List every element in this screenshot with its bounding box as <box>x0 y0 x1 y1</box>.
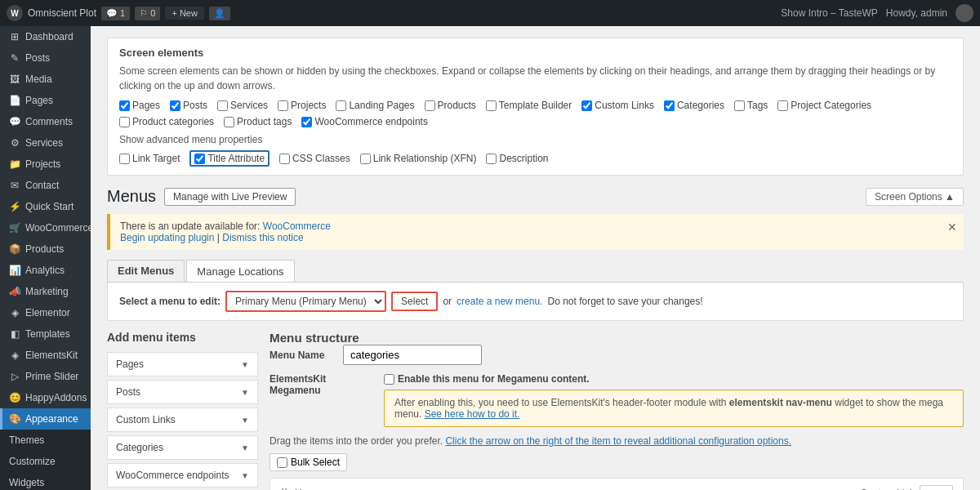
checkbox-css-classes[interactable]: CSS Classes <box>279 153 350 164</box>
drag-handle-icon[interactable]: ⠿ <box>280 487 288 490</box>
projects-icon: 📁 <box>9 158 20 170</box>
checkbox-project-categories[interactable]: Project Categories <box>777 100 871 111</box>
checkbox-tags[interactable]: Tags <box>734 100 768 111</box>
sidebar-label-contact: Contact <box>25 180 59 191</box>
checkbox-products[interactable]: Products <box>425 100 476 111</box>
select-menu-button[interactable]: Select <box>391 292 438 311</box>
admin-bar-left: W Omniscient Plot 💬 1 ⚐ 0 + New 👤 <box>7 5 230 21</box>
sidebar-item-comments[interactable]: 💬 Comments <box>0 111 91 132</box>
megamenu-checkbox[interactable] <box>384 374 394 385</box>
menu-select-dropdown[interactable]: Primary Menu (Primary Menu) <box>225 291 386 312</box>
sidebar-item-marketing[interactable]: 📣 Marketing <box>0 281 91 302</box>
dont-forget-text: Do not forget to save your changes! <box>547 296 702 307</box>
menus-heading: Menus <box>107 187 156 206</box>
sidebar-item-happyaddons[interactable]: 😊 HappyAddons <box>0 387 91 408</box>
checkbox-woocommerce-endpoints[interactable]: WooCommerce endpoints <box>301 116 428 127</box>
menus-title-area: Menus Manage with Live Preview <box>107 187 296 206</box>
checkbox-projects[interactable]: Projects <box>278 100 326 111</box>
accordion-posts-header[interactable]: Posts ▼ <box>108 381 257 403</box>
sidebar-item-elementskit[interactable]: ◈ ElementsKit <box>0 345 91 366</box>
sidebar-item-quick-start[interactable]: ⚡ Quick Start <box>0 196 91 217</box>
checkbox-landing-pages[interactable]: Landing Pages <box>336 100 414 111</box>
accordion-pages[interactable]: Pages ▼ <box>107 352 258 376</box>
bulk-select-checkbox[interactable] <box>277 457 287 468</box>
menu-name-input[interactable] <box>343 345 482 365</box>
create-new-menu-link[interactable]: create a new menu. <box>457 296 542 307</box>
checkbox-description[interactable]: Description <box>486 153 548 164</box>
sidebar-label-pages: Pages <box>25 95 53 106</box>
accordion-custom-links[interactable]: Custom Links ▼ <box>107 408 258 432</box>
checkbox-product-tags[interactable]: Product tags <box>224 116 292 127</box>
sidebar-item-media[interactable]: 🖼 Media <box>0 69 91 90</box>
advanced-menu-props-label: Show advanced menu properties <box>119 134 951 145</box>
screen-options-button[interactable]: Screen Options ▲ <box>866 188 964 206</box>
accordion-woocommerce-endpoints-header[interactable]: WooCommerce endpoints ▼ <box>108 464 257 487</box>
appearance-icon: 🎨 <box>9 413 20 425</box>
tab-manage-locations[interactable]: Manage Locations <box>186 260 294 282</box>
sidebar-item-elementor[interactable]: ◈ Elementor <box>0 302 91 323</box>
notice-link[interactable]: WooCommerce <box>263 220 331 232</box>
sidebar-item-prime-slider[interactable]: ▷ Prime Slider <box>0 366 91 387</box>
sidebar-item-themes[interactable]: Themes <box>0 430 91 451</box>
sidebar-item-projects[interactable]: 📁 Projects <box>0 154 91 175</box>
menu-item-home-select[interactable]: ▼ <box>920 485 953 490</box>
sidebar-item-pages[interactable]: 📄 Pages <box>0 90 91 111</box>
checkbox-pages[interactable]: Pages <box>119 100 160 111</box>
checkbox-custom-links[interactable]: Custom Links <box>581 100 654 111</box>
accordion-posts[interactable]: Posts ▼ <box>107 380 258 404</box>
update-notice: There is an update available for: WooCom… <box>107 214 964 250</box>
sidebar-label-dashboard: Dashboard <box>25 31 74 42</box>
admin-bar-updates-icon[interactable]: ⚐ 0 <box>135 7 160 20</box>
tab-edit-menus[interactable]: Edit Menus <box>107 260 185 282</box>
sidebar-item-services[interactable]: ⚙ Services <box>0 132 91 154</box>
checkbox-categories[interactable]: Categories <box>664 100 724 111</box>
megamenu-see-here-link[interactable]: See here how to do it. <box>425 408 520 420</box>
sidebar-label-woocommerce: WooCommerce <box>25 222 91 234</box>
sidebar-item-dashboard[interactable]: ⊞ Dashboard <box>0 26 91 47</box>
sidebar-item-templates[interactable]: ◧ Templates <box>0 323 91 345</box>
dismiss-notice-link[interactable]: Dismiss this notice <box>222 232 303 243</box>
megamenu-row: ElementsKit Megamenu Enable this menu fo… <box>270 373 964 427</box>
checkbox-link-relationship[interactable]: Link Relationship (XFN) <box>360 153 477 164</box>
notice-close-button[interactable]: ✕ <box>947 220 957 234</box>
sidebar-item-customize[interactable]: Customize <box>0 451 91 472</box>
sidebar-item-contact[interactable]: ✉ Contact <box>0 175 91 196</box>
new-button[interactable]: + New <box>165 7 204 20</box>
sidebar-item-posts[interactable]: ✎ Posts <box>0 47 91 69</box>
checkbox-link-target[interactable]: Link Target <box>119 153 180 164</box>
marketing-icon: 📣 <box>9 286 20 297</box>
menu-select-row: Select a menu to edit: Primary Menu (Pri… <box>107 283 964 321</box>
sidebar-label-media: Media <box>25 74 52 85</box>
sidebar-label-quick-start: Quick Start <box>25 201 74 212</box>
accordion-categories[interactable]: Categories ▼ <box>107 435 258 460</box>
sidebar-item-analytics[interactable]: 📊 Analytics <box>0 260 91 281</box>
sidebar-label-products: Products <box>25 243 64 255</box>
advanced-checkboxes: Link Target Title Attribute CSS Classes … <box>119 150 951 167</box>
sidebar-item-products[interactable]: 📦 Products <box>0 238 91 260</box>
accordion-woocommerce-endpoints[interactable]: WooCommerce endpoints ▼ <box>107 463 258 488</box>
sidebar-item-woocommerce[interactable]: 🛒 WooCommerce <box>0 217 91 238</box>
accordion-pages-header[interactable]: Pages ▼ <box>108 353 257 376</box>
megamenu-checkbox-label[interactable]: Enable this menu for Megamenu content. <box>384 373 964 385</box>
checkbox-title-attribute[interactable]: Title Attribute <box>189 150 270 167</box>
menu-two-col: Add menu items Pages ▼ Posts ▼ <box>107 331 964 490</box>
checkbox-posts[interactable]: Posts <box>170 100 207 111</box>
admin-bar-comments-icon[interactable]: 💬 1 <box>101 7 130 20</box>
chevron-down-icon: ▼ <box>241 416 249 425</box>
howdy-text: Howdy, admin <box>886 7 947 19</box>
bulk-select-label: Bulk Select <box>291 457 340 468</box>
begin-updating-link[interactable]: Begin updating plugin <box>120 232 214 243</box>
drag-hint-link[interactable]: Click the arrow on the right of the item… <box>445 435 791 447</box>
sidebar-item-appearance[interactable]: 🎨 Appearance <box>0 408 91 430</box>
show-intro-link[interactable]: Show Intro – TasteWP <box>781 7 878 19</box>
sidebar-item-widgets[interactable]: Widgets <box>0 472 91 490</box>
checkbox-services[interactable]: Services <box>217 100 268 111</box>
screen-elements-title: Screen elements <box>119 47 951 59</box>
bulk-select-button[interactable]: Bulk Select <box>270 453 347 471</box>
admin-bar-user-icon[interactable]: 👤 <box>209 7 230 20</box>
accordion-categories-header[interactable]: Categories ▼ <box>108 436 257 459</box>
checkbox-product-categories[interactable]: Product categories <box>119 116 214 127</box>
live-preview-button[interactable]: Manage with Live Preview <box>164 188 296 206</box>
checkbox-template-builder[interactable]: Template Builder <box>486 100 572 111</box>
accordion-custom-links-header[interactable]: Custom Links ▼ <box>108 408 257 431</box>
